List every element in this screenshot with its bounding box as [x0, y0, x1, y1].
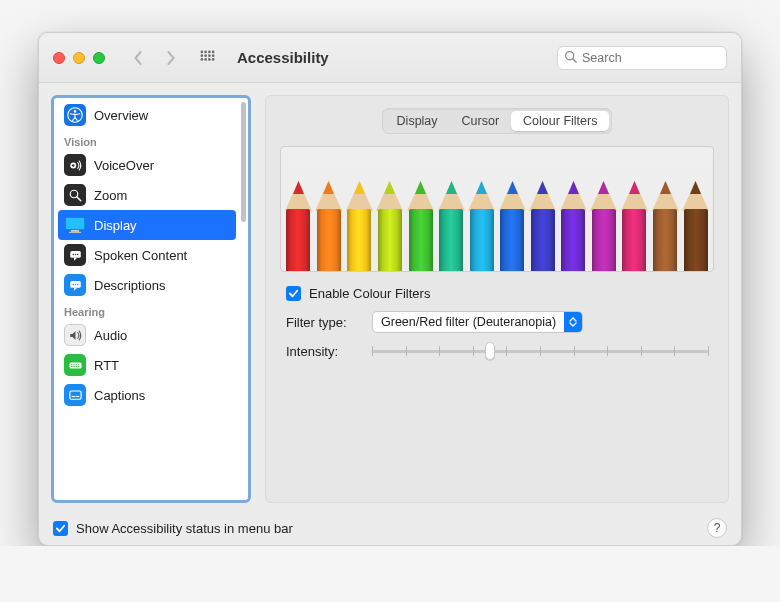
enable-colour-filters-checkbox[interactable]	[286, 286, 301, 301]
svg-point-10	[208, 58, 211, 61]
enable-colour-filters-row: Enable Colour Filters	[286, 286, 708, 301]
search-icon	[564, 49, 577, 67]
sidebar-item-label: RTT	[94, 358, 119, 373]
svg-rect-41	[71, 395, 74, 396]
display-tabs: Display Cursor Colour Filters	[382, 108, 613, 134]
filter-type-select[interactable]: Green/Red filter (Deuteranopia)	[372, 311, 583, 333]
svg-marker-44	[293, 181, 304, 194]
svg-point-0	[200, 51, 203, 54]
sidebar-item-label: VoiceOver	[94, 158, 154, 173]
select-stepper-icon	[564, 312, 582, 332]
svg-marker-50	[384, 181, 395, 194]
pencil-icon	[438, 181, 465, 271]
show-status-checkbox[interactable]	[53, 521, 68, 536]
pencil-icon	[285, 181, 312, 271]
svg-rect-32	[71, 364, 73, 365]
sidebar-item-zoom[interactable]: Zoom	[58, 180, 236, 210]
svg-marker-52	[415, 181, 426, 194]
svg-point-11	[211, 58, 214, 61]
svg-point-8	[200, 58, 203, 61]
sidebar-item-display[interactable]: Display	[58, 210, 236, 240]
svg-marker-60	[537, 181, 548, 194]
search-input[interactable]	[582, 51, 720, 65]
help-icon: ?	[714, 521, 721, 535]
sidebar-item-descriptions[interactable]: Descriptions	[58, 270, 236, 300]
svg-marker-68	[660, 181, 671, 194]
intensity-row: Intensity:	[286, 343, 708, 359]
sidebar-item-overview[interactable]: Overview	[58, 100, 236, 130]
svg-point-9	[204, 58, 207, 61]
pencil-icon	[652, 181, 679, 271]
descriptions-icon	[64, 274, 86, 296]
svg-rect-39	[77, 366, 79, 367]
sidebar-item-label: Descriptions	[94, 278, 166, 293]
pencil-icon	[315, 181, 342, 271]
close-window-button[interactable]	[53, 52, 65, 64]
sidebar-item-audio[interactable]: Audio	[58, 320, 236, 350]
sidebar-item-rtt[interactable]: RTT	[58, 350, 236, 380]
svg-rect-40	[69, 391, 80, 399]
svg-marker-48	[354, 181, 365, 194]
svg-rect-42	[75, 395, 79, 396]
svg-marker-56	[476, 181, 487, 194]
window-controls	[53, 52, 105, 64]
pencil-icon	[682, 181, 709, 271]
intensity-thumb[interactable]	[485, 342, 495, 360]
svg-point-4	[200, 54, 203, 57]
colour-filters-group: Display Cursor Colour Filters Enable Col…	[265, 95, 729, 503]
svg-rect-20	[66, 218, 85, 230]
audio-icon	[64, 324, 86, 346]
sidebar-header-hearing: Hearing	[58, 300, 236, 320]
sidebar-item-spoken-content[interactable]: Spoken Content	[58, 240, 236, 270]
svg-point-5	[204, 54, 207, 57]
svg-point-7	[211, 54, 214, 57]
sidebar-item-label: Overview	[94, 108, 148, 123]
svg-rect-22	[69, 232, 81, 233]
search-field[interactable]	[557, 46, 727, 70]
show-all-icon[interactable]	[197, 48, 217, 68]
sidebar-item-captions[interactable]: Captions	[58, 380, 236, 410]
forward-button[interactable]	[159, 48, 181, 68]
back-button[interactable]	[127, 48, 149, 68]
enable-colour-filters-label: Enable Colour Filters	[309, 286, 430, 301]
svg-point-25	[74, 253, 76, 255]
svg-marker-54	[446, 181, 457, 194]
tab-colour-filters[interactable]: Colour Filters	[511, 111, 609, 131]
intensity-slider[interactable]	[372, 343, 708, 359]
spoken-content-icon	[64, 244, 86, 266]
svg-point-26	[77, 253, 79, 255]
svg-rect-36	[71, 366, 73, 367]
sidebar-item-voiceover[interactable]: VoiceOver	[58, 150, 236, 180]
zoom-window-button[interactable]	[93, 52, 105, 64]
toolbar: Accessibility	[39, 33, 741, 83]
svg-point-15	[74, 110, 77, 113]
svg-rect-37	[73, 366, 75, 367]
svg-marker-64	[598, 181, 609, 194]
filter-type-label: Filter type:	[286, 315, 364, 330]
window-title: Accessibility	[237, 49, 329, 66]
svg-marker-58	[507, 181, 518, 194]
pencil-icon	[560, 181, 587, 271]
sidebar-header-vision: Vision	[58, 130, 236, 150]
sidebar-scrollbar[interactable]	[241, 102, 246, 222]
svg-marker-62	[568, 181, 579, 194]
svg-line-19	[77, 197, 81, 201]
pencil-icon	[499, 181, 526, 271]
svg-rect-35	[77, 364, 79, 365]
sidebar-item-label: Display	[94, 218, 137, 233]
svg-rect-33	[73, 364, 75, 365]
sidebar-item-label: Zoom	[94, 188, 127, 203]
svg-point-24	[72, 253, 74, 255]
tab-cursor[interactable]: Cursor	[450, 111, 512, 131]
minimize-window-button[interactable]	[73, 52, 85, 64]
pencil-icon	[346, 181, 373, 271]
svg-point-6	[208, 54, 211, 57]
display-icon	[64, 214, 86, 236]
captions-icon	[64, 384, 86, 406]
svg-rect-34	[75, 364, 77, 365]
help-button[interactable]: ?	[707, 518, 727, 538]
svg-marker-70	[690, 181, 701, 194]
svg-point-2	[208, 51, 211, 54]
rtt-icon	[64, 354, 86, 376]
tab-display[interactable]: Display	[385, 111, 450, 131]
